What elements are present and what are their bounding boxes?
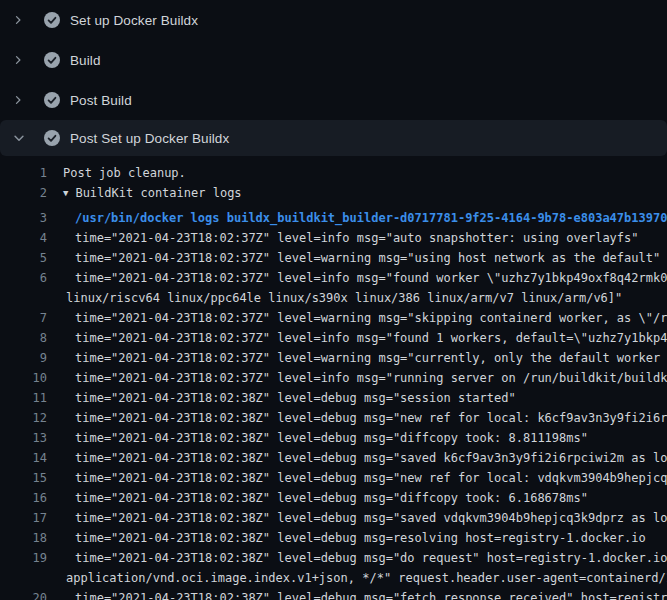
log-row: 11time="2021-04-23T18:02:38Z" level=debu…	[0, 388, 667, 408]
log-text: Post job cleanup.	[47, 163, 667, 183]
step-label: Post Build	[70, 93, 132, 108]
log-text: linux/riscv64 linux/ppc64le linux/s390x …	[47, 288, 667, 308]
line-number	[0, 568, 47, 588]
check-circle-icon	[44, 130, 60, 146]
disclosure-triangle-icon[interactable]: ▼	[63, 183, 68, 203]
step-label: Set up Docker Buildx	[70, 13, 198, 28]
check-circle-icon	[44, 12, 60, 28]
log-text: time="2021-04-23T18:02:38Z" level=debug …	[47, 508, 667, 528]
log-row: 8time="2021-04-23T18:02:37Z" level=info …	[0, 328, 667, 348]
log-row: 20time="2021-04-23T18:02:38Z" level=debu…	[0, 588, 667, 600]
log-continuation-row: linux/riscv64 linux/ppc64le linux/s390x …	[0, 288, 667, 308]
chevron-right-icon[interactable]	[12, 12, 30, 28]
line-number[interactable]: 2	[0, 183, 47, 203]
line-number[interactable]: 14	[0, 448, 47, 468]
log-text: time="2021-04-23T18:02:38Z" level=debug …	[47, 408, 667, 428]
log-text: time="2021-04-23T18:02:37Z" level=info m…	[47, 228, 667, 248]
log-row: 18time="2021-04-23T18:02:38Z" level=debu…	[0, 528, 667, 548]
line-number[interactable]: 13	[0, 428, 47, 448]
check-circle-icon	[44, 52, 60, 68]
step-label: Build	[70, 53, 101, 68]
log-text: time="2021-04-23T18:02:37Z" level=warnin…	[47, 348, 667, 368]
line-number[interactable]: 1	[0, 163, 47, 183]
log-row: 9time="2021-04-23T18:02:37Z" level=warni…	[0, 348, 667, 368]
line-number[interactable]: 15	[0, 468, 47, 488]
log-text: time="2021-04-23T18:02:37Z" level=info m…	[47, 268, 667, 288]
log-text: time="2021-04-23T18:02:38Z" level=debug …	[47, 448, 667, 468]
step-header-expanded[interactable]: Post Set up Docker Buildx	[0, 120, 667, 156]
step-label: Post Set up Docker Buildx	[70, 131, 229, 146]
log-text: time="2021-04-23T18:02:38Z" level=debug …	[47, 488, 667, 508]
log-text: time="2021-04-23T18:02:37Z" level=info m…	[47, 368, 667, 388]
log-text[interactable]: ▼BuildKit container logs	[47, 183, 667, 203]
line-number[interactable]: 3	[0, 208, 47, 228]
log-row: 4time="2021-04-23T18:02:37Z" level=info …	[0, 228, 667, 248]
log-row: 15time="2021-04-23T18:02:38Z" level=debu…	[0, 468, 667, 488]
log-row: 1Post job cleanup.	[0, 163, 667, 183]
log-continuation-row: application/vnd.oci.image.index.v1+json,…	[0, 568, 667, 588]
log-text: time="2021-04-23T18:02:37Z" level=warnin…	[47, 308, 667, 328]
log-text: time="2021-04-23T18:02:38Z" level=debug …	[47, 548, 667, 568]
steps-list: Set up Docker BuildxBuildPost Build	[0, 0, 667, 120]
log-text: time="2021-04-23T18:02:38Z" level=debug …	[47, 428, 667, 448]
log-row: 6time="2021-04-23T18:02:37Z" level=info …	[0, 268, 667, 288]
check-circle-icon	[44, 92, 60, 108]
line-number[interactable]: 17	[0, 508, 47, 528]
log-text: time="2021-04-23T18:02:38Z" level=debug …	[47, 388, 667, 408]
log-row: 3/usr/bin/docker logs buildx_buildkit_bu…	[0, 208, 667, 228]
step-row-post-build[interactable]: Post Build	[0, 80, 667, 120]
log-row: 5time="2021-04-23T18:02:37Z" level=warni…	[0, 248, 667, 268]
chevron-down-icon[interactable]	[12, 130, 30, 146]
line-number[interactable]: 16	[0, 488, 47, 508]
log-row: 16time="2021-04-23T18:02:38Z" level=debu…	[0, 488, 667, 508]
log-row: 14time="2021-04-23T18:02:38Z" level=debu…	[0, 448, 667, 468]
log-text: application/vnd.oci.image.index.v1+json,…	[47, 568, 667, 588]
log-text: time="2021-04-23T18:02:37Z" level=warnin…	[47, 248, 667, 268]
step-row-set-up-docker-buildx[interactable]: Set up Docker Buildx	[0, 0, 667, 40]
log-text: time="2021-04-23T18:02:37Z" level=info m…	[47, 328, 667, 348]
log-text: time="2021-04-23T18:02:38Z" level=debug …	[47, 468, 667, 488]
line-number[interactable]: 5	[0, 248, 47, 268]
line-number[interactable]: 7	[0, 308, 47, 328]
line-number[interactable]: 19	[0, 548, 47, 568]
line-number[interactable]: 18	[0, 528, 47, 548]
line-number	[0, 288, 47, 308]
line-number[interactable]: 8	[0, 328, 47, 348]
line-number[interactable]: 12	[0, 408, 47, 428]
line-number[interactable]: 11	[0, 388, 47, 408]
line-number[interactable]: 9	[0, 348, 47, 368]
log-row: 19time="2021-04-23T18:02:38Z" level=debu…	[0, 548, 667, 568]
line-number[interactable]: 4	[0, 228, 47, 248]
log-row: 10time="2021-04-23T18:02:37Z" level=info…	[0, 368, 667, 388]
line-number[interactable]: 20	[0, 588, 47, 600]
log-row: 7time="2021-04-23T18:02:37Z" level=warni…	[0, 308, 667, 328]
line-number[interactable]: 6	[0, 268, 47, 288]
log-row: 17time="2021-04-23T18:02:38Z" level=debu…	[0, 508, 667, 528]
log-row: 12time="2021-04-23T18:02:38Z" level=debu…	[0, 408, 667, 428]
log-text: time="2021-04-23T18:02:38Z" level=debug …	[47, 528, 667, 548]
chevron-right-icon[interactable]	[12, 52, 30, 68]
line-number[interactable]: 10	[0, 368, 47, 388]
log-area: 1Post job cleanup.2▼BuildKit container l…	[0, 156, 667, 600]
actions-log-viewer: Set up Docker BuildxBuildPost Build Post…	[0, 0, 667, 600]
command-text: /usr/bin/docker logs buildx_buildkit_bui…	[47, 208, 667, 228]
chevron-right-icon[interactable]	[12, 92, 30, 108]
log-row: 13time="2021-04-23T18:02:38Z" level=debu…	[0, 428, 667, 448]
step-row-build[interactable]: Build	[0, 40, 667, 80]
log-text: time="2021-04-23T18:02:38Z" level=debug …	[47, 588, 667, 600]
log-group-row: 2▼BuildKit container logs	[0, 183, 667, 203]
